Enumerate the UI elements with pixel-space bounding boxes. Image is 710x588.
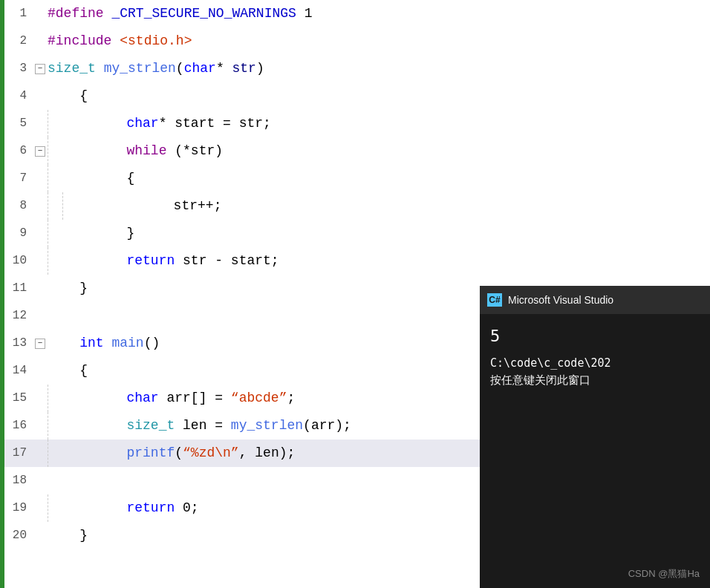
code-content: return str - start; (62, 247, 487, 275)
line-number: 6 (4, 137, 33, 165)
code-content: { (48, 357, 487, 385)
line-number: 15 (4, 385, 33, 412)
line-number: 16 (4, 412, 33, 440)
line-number: 8 (4, 192, 33, 220)
indent-guides (48, 440, 62, 467)
indent-guide (48, 385, 62, 412)
line-number: 2 (4, 27, 33, 55)
indent-guides (48, 192, 77, 220)
indent-guides (48, 412, 62, 440)
code-content: } (48, 275, 487, 302)
code-line-17: 17 printf(“%zd\n”, len); (4, 440, 487, 467)
terminal-app-icon: C# (487, 293, 502, 307)
line-number: 9 (4, 220, 33, 247)
code-content (48, 467, 487, 494)
code-content: while (*str) (62, 137, 487, 165)
code-line-12: 12 (4, 302, 487, 330)
line-number: 10 (4, 247, 33, 275)
left-accent-border (0, 0, 4, 588)
indent-guides (48, 494, 62, 522)
code-content: printf(“%zd\n”, len); (62, 440, 487, 467)
line-number: 1 (4, 0, 33, 27)
code-line-9: 9 } (4, 220, 487, 247)
indent-guide (48, 220, 62, 247)
code-content: return 0; (62, 494, 487, 522)
code-content: { (62, 165, 487, 192)
code-line-2: 2#include <stdio.h> (4, 27, 487, 55)
code-content: size_t my_strlen(char* str) (48, 55, 487, 82)
indent-guide (48, 412, 62, 440)
fold-col: − (33, 64, 48, 74)
terminal-path: C:\code\c_code\202 按任意键关闭此窗口 (490, 355, 700, 388)
code-line-13: 13− int main() (4, 330, 487, 357)
code-line-14: 14 { (4, 357, 487, 385)
fold-col: − (33, 339, 48, 349)
editor-window: 1#define _CRT_SECURE_NO_WARNINGS 12#incl… (0, 0, 710, 588)
code-line-16: 16 size_t len = my_strlen(arr); (4, 412, 487, 440)
indent-guide (48, 137, 62, 165)
code-content: { (48, 82, 487, 110)
code-content (48, 302, 487, 330)
code-line-11: 11 } (4, 275, 487, 302)
fold-icon[interactable]: − (35, 64, 45, 74)
code-line-1: 1#define _CRT_SECURE_NO_WARNINGS 1 (4, 0, 487, 27)
code-content: char arr[] = “abcde”; (62, 385, 487, 412)
indent-guide (48, 192, 62, 220)
line-number: 12 (4, 302, 33, 330)
indent-guides (48, 137, 62, 165)
indent-guide (48, 494, 62, 522)
code-content: char* start = str; (62, 110, 487, 137)
terminal-watermark: CSDN @黑猫Ha (628, 567, 700, 581)
line-number: 14 (4, 357, 33, 385)
terminal-titlebar: C# Microsoft Visual Studio (480, 286, 710, 314)
code-content: int main() (48, 330, 487, 357)
code-line-5: 5 char* start = str; (4, 110, 487, 137)
code-line-4: 4 { (4, 82, 487, 110)
code-line-20: 20 } (4, 522, 487, 549)
indent-guide (48, 247, 62, 275)
terminal-output: 5 (490, 323, 700, 349)
code-line-10: 10 return str - start; (4, 247, 487, 275)
line-number: 5 (4, 110, 33, 137)
terminal-popup: C# Microsoft Visual Studio 5 C:\code\c_c… (480, 286, 710, 588)
terminal-title: Microsoft Visual Studio (508, 294, 613, 306)
line-number: 3 (4, 55, 33, 82)
indent-guides (48, 247, 62, 275)
fold-icon[interactable]: − (35, 339, 45, 349)
indent-guides (48, 385, 62, 412)
code-content: } (48, 522, 487, 549)
indent-guides (48, 110, 62, 137)
line-number: 7 (4, 165, 33, 192)
line-number: 13 (4, 330, 33, 357)
indent-guides (48, 220, 62, 247)
code-line-19: 19 return 0; (4, 494, 487, 522)
line-number: 20 (4, 522, 33, 549)
code-line-6: 6− while (*str) (4, 137, 487, 165)
code-content: #define _CRT_SECURE_NO_WARNINGS 1 (48, 0, 487, 27)
fold-icon[interactable]: − (35, 146, 45, 157)
code-line-3: 3−size_t my_strlen(char* str) (4, 55, 487, 82)
code-content: } (62, 220, 487, 247)
code-content: size_t len = my_strlen(arr); (62, 412, 487, 440)
indent-guide (48, 110, 62, 137)
line-number: 11 (4, 275, 33, 302)
line-number: 4 (4, 82, 33, 110)
line-number: 19 (4, 494, 33, 522)
indent-guides (48, 165, 62, 192)
terminal-body: 5 C:\code\c_code\202 按任意键关闭此窗口 (480, 314, 710, 397)
code-content: str++; (77, 192, 487, 220)
code-line-8: 8 str++; (4, 192, 487, 220)
code-content: #include <stdio.h> (48, 27, 487, 55)
indent-guide (62, 192, 77, 220)
fold-col: − (33, 146, 48, 157)
code-line-15: 15 char arr[] = “abcde”; (4, 385, 487, 412)
indent-guide (48, 440, 62, 467)
code-line-7: 7 { (4, 165, 487, 192)
code-editor: 1#define _CRT_SECURE_NO_WARNINGS 12#incl… (4, 0, 487, 588)
line-number: 17 (4, 440, 33, 467)
code-line-18: 18 (4, 467, 487, 494)
line-number: 18 (4, 467, 33, 494)
indent-guide (48, 165, 62, 192)
